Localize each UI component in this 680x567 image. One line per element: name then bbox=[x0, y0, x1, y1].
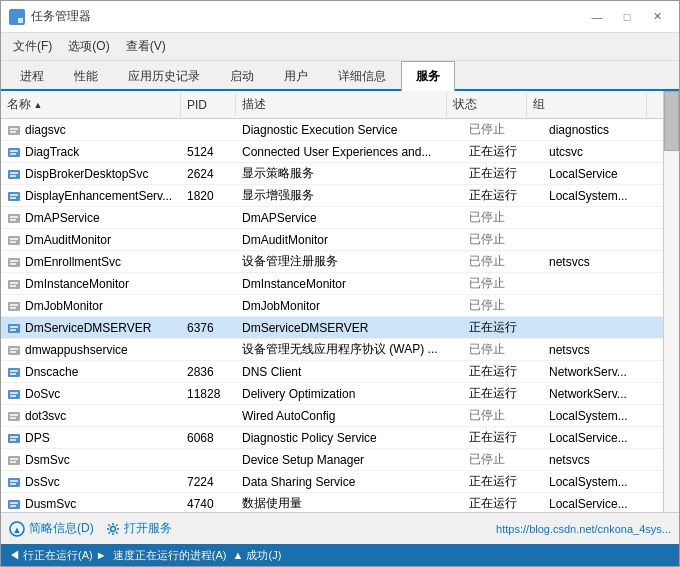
brief-info-link[interactable]: ▲ 简略信息(D) bbox=[9, 520, 94, 537]
service-group: NetworkServ... bbox=[543, 363, 663, 381]
svg-rect-55 bbox=[8, 500, 20, 509]
service-pid bbox=[181, 260, 236, 264]
service-name: dot3svc bbox=[25, 409, 66, 423]
service-desc: 设备管理注册服务 bbox=[236, 251, 463, 272]
svg-rect-40 bbox=[8, 390, 20, 399]
info-icon: ▲ bbox=[9, 521, 25, 537]
service-status: 正在运行 bbox=[463, 427, 543, 448]
service-name: diagsvc bbox=[25, 123, 66, 137]
table-row[interactable]: DoSvc11828Delivery Optimization正在运行Netwo… bbox=[1, 383, 663, 405]
col-header-desc[interactable]: 描述 bbox=[236, 92, 447, 117]
tab-详细信息[interactable]: 详细信息 bbox=[323, 61, 401, 91]
service-name-cell: DsmSvc bbox=[1, 451, 181, 469]
table-row[interactable]: diagsvcDiagnostic Execution Service已停止di… bbox=[1, 119, 663, 141]
brief-info-label: 简略信息(D) bbox=[29, 520, 94, 537]
service-desc: Wired AutoConfig bbox=[236, 407, 463, 425]
service-pid bbox=[181, 414, 236, 418]
service-name: DsmSvc bbox=[25, 453, 70, 467]
service-desc: Diagnostic Policy Service bbox=[236, 429, 463, 447]
table-row[interactable]: dot3svcWired AutoConfig已停止LocalSystem... bbox=[1, 405, 663, 427]
col-header-pid[interactable]: PID bbox=[181, 94, 236, 116]
service-desc: DmAuditMonitor bbox=[236, 231, 463, 249]
table-row[interactable]: DPS6068Diagnostic Policy Service正在运行Loca… bbox=[1, 427, 663, 449]
tab-启动[interactable]: 启动 bbox=[215, 61, 269, 91]
scrollbar[interactable] bbox=[663, 91, 679, 512]
service-group: netsvcs bbox=[543, 451, 663, 469]
col-header-status[interactable]: 状态 bbox=[447, 92, 527, 117]
svg-rect-49 bbox=[8, 456, 20, 465]
table-row[interactable]: DsmSvcDevice Setup Manager已停止netsvcs bbox=[1, 449, 663, 471]
tab-进程[interactable]: 进程 bbox=[5, 61, 59, 91]
service-group bbox=[543, 216, 663, 220]
svg-rect-19 bbox=[8, 236, 20, 245]
service-status: 正在运行 bbox=[463, 383, 543, 404]
service-name: DmAuditMonitor bbox=[25, 233, 111, 247]
close-button[interactable]: ✕ bbox=[643, 7, 671, 27]
table-header: 名称PID描述状态组 bbox=[1, 91, 663, 119]
service-status: 正在运行 bbox=[463, 163, 543, 184]
service-desc: Diagnostic Execution Service bbox=[236, 121, 463, 139]
table-row[interactable]: DsSvc7224Data Sharing Service正在运行LocalSy… bbox=[1, 471, 663, 493]
service-pid: 6068 bbox=[181, 429, 236, 447]
service-name-cell: DoSvc bbox=[1, 385, 181, 403]
table-row[interactable]: DmEnrollmentSvc设备管理注册服务已停止netsvcs bbox=[1, 251, 663, 273]
bottom-text: ◀ 行正在运行(A) ► 速度正在运行的进程(A) ▲ 成功(J) bbox=[9, 548, 281, 563]
svg-rect-0 bbox=[11, 11, 16, 16]
table-body[interactable]: diagsvcDiagnostic Execution Service已停止di… bbox=[1, 119, 663, 512]
table-row[interactable]: DmAPServiceDmAPService已停止 bbox=[1, 207, 663, 229]
service-desc: 数据使用量 bbox=[236, 493, 463, 512]
status-bar: ▲ 简略信息(D) 打开服务 https://blog.csdn.net/cnk… bbox=[1, 512, 679, 544]
col-header-group[interactable]: 组 bbox=[527, 92, 647, 117]
service-icon bbox=[7, 343, 21, 357]
service-pid: 1820 bbox=[181, 187, 236, 205]
svg-rect-34 bbox=[8, 346, 20, 355]
table-row[interactable]: DmInstanceMonitorDmInstanceMonitor已停止 bbox=[1, 273, 663, 295]
table-row[interactable]: DmServiceDMSERVER6376DmServiceDMSERVER正在… bbox=[1, 317, 663, 339]
service-name-cell: diagsvc bbox=[1, 121, 181, 139]
service-name-cell: DPS bbox=[1, 429, 181, 447]
tab-用户[interactable]: 用户 bbox=[269, 61, 323, 91]
service-desc: DmJobMonitor bbox=[236, 297, 463, 315]
service-status: 正在运行 bbox=[463, 471, 543, 492]
service-icon bbox=[7, 365, 21, 379]
service-name: DusmSvc bbox=[25, 497, 76, 511]
service-group bbox=[543, 326, 663, 330]
svg-rect-3 bbox=[18, 18, 23, 23]
menu-item[interactable]: 文件(F) bbox=[5, 35, 60, 58]
service-icon bbox=[7, 453, 21, 467]
menu-item[interactable]: 查看(V) bbox=[118, 35, 174, 58]
maximize-button[interactable]: □ bbox=[613, 7, 641, 27]
open-services-link[interactable]: 打开服务 bbox=[106, 520, 172, 537]
service-icon bbox=[7, 211, 21, 225]
scrollbar-thumb[interactable] bbox=[664, 91, 679, 151]
service-status: 已停止 bbox=[463, 229, 543, 250]
service-pid: 4740 bbox=[181, 495, 236, 513]
table-row[interactable]: DmJobMonitorDmJobMonitor已停止 bbox=[1, 295, 663, 317]
table-row[interactable]: Dnscache2836DNS Client正在运行NetworkServ... bbox=[1, 361, 663, 383]
tab-服务[interactable]: 服务 bbox=[401, 61, 455, 91]
service-icon bbox=[7, 255, 21, 269]
table-row[interactable]: DiagTrack5124Connected User Experiences … bbox=[1, 141, 663, 163]
menu-item[interactable]: 选项(O) bbox=[60, 35, 117, 58]
service-desc: Delivery Optimization bbox=[236, 385, 463, 403]
main-window: 任务管理器 — □ ✕ 文件(F)选项(O)查看(V) 进程性能应用历史记录启动… bbox=[0, 0, 680, 567]
service-name-cell: DispBrokerDesktopSvc bbox=[1, 165, 181, 183]
table-row[interactable]: DusmSvc4740数据使用量正在运行LocalService... bbox=[1, 493, 663, 512]
service-name-cell: DmAuditMonitor bbox=[1, 231, 181, 249]
table-row[interactable]: DisplayEnhancementServ...1820显示增强服务正在运行L… bbox=[1, 185, 663, 207]
table-row[interactable]: DmAuditMonitorDmAuditMonitor已停止 bbox=[1, 229, 663, 251]
table-row[interactable]: dmwappushservice设备管理无线应用程序协议 (WAP) ...已停… bbox=[1, 339, 663, 361]
tab-应用历史记录[interactable]: 应用历史记录 bbox=[113, 61, 215, 91]
tab-性能[interactable]: 性能 bbox=[59, 61, 113, 91]
minimize-button[interactable]: — bbox=[583, 7, 611, 27]
svg-rect-52 bbox=[8, 478, 20, 487]
svg-rect-2 bbox=[11, 18, 16, 23]
col-header-name[interactable]: 名称 bbox=[1, 92, 181, 117]
service-icon bbox=[7, 189, 21, 203]
window-title: 任务管理器 bbox=[31, 8, 91, 25]
table-row[interactable]: DispBrokerDesktopSvc2624显示策略服务正在运行LocalS… bbox=[1, 163, 663, 185]
service-group: NetworkServ... bbox=[543, 385, 663, 403]
svg-rect-22 bbox=[8, 258, 20, 267]
service-group: netsvcs bbox=[543, 253, 663, 271]
service-pid: 2624 bbox=[181, 165, 236, 183]
